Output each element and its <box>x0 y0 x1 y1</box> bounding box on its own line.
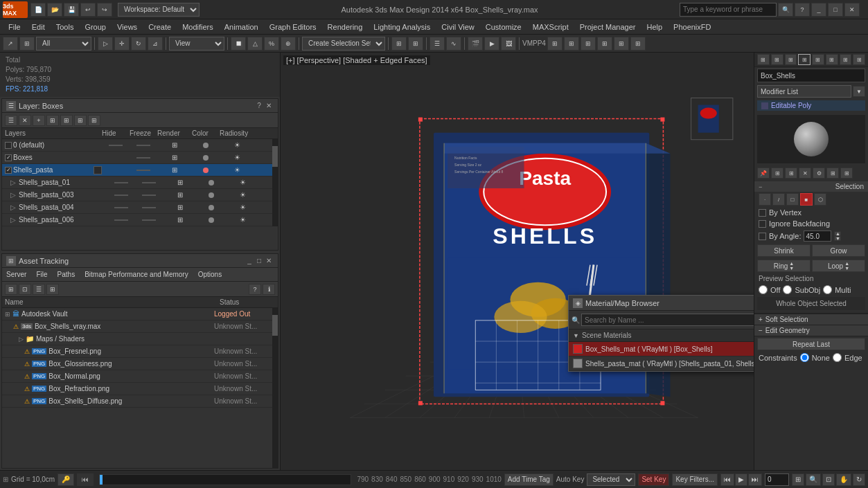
modifier-editable-poly[interactable]: Editable Poly <box>757 100 865 111</box>
layer-rad-sp01[interactable]: ☀ <box>225 179 260 186</box>
by-angle-spinbox[interactable] <box>804 231 831 242</box>
mod-tb-remove[interactable]: ✕ <box>799 168 811 179</box>
layer-active-check[interactable]: ✓ <box>5 154 12 161</box>
vmpp-btn1[interactable]: ⊞ <box>547 37 563 51</box>
layer-freeze-sp01[interactable] <box>135 182 163 183</box>
asset-tb-btn3[interactable]: ☰ <box>33 284 45 295</box>
asset-close[interactable]: ✕ <box>264 256 274 266</box>
mat-search-input[interactable] <box>581 314 754 326</box>
preview-subobj-radio[interactable] <box>783 285 792 294</box>
vmpp-btn5[interactable]: ⊞ <box>614 37 629 51</box>
sel-edge-icon[interactable]: / <box>772 193 785 206</box>
menu-rendering[interactable]: Rendering <box>322 21 369 33</box>
menu-modifiers[interactable]: Modifiers <box>177 21 219 33</box>
layer-rad-shells[interactable]: ☀ <box>220 166 254 174</box>
layer-panel-close[interactable]: ✕ <box>264 101 274 111</box>
set-key-btn[interactable]: Set Key <box>638 473 669 486</box>
rp-tab-motion[interactable]: ⊞ <box>771 54 783 65</box>
menu-phoenixfd[interactable]: PhoenixFD <box>668 21 716 33</box>
percent-snap-btn[interactable]: % <box>264 37 279 51</box>
loop-button[interactable]: Loop ▲ ▼ <box>812 260 865 272</box>
edit-geom-collapse[interactable]: − <box>759 327 763 334</box>
menu-civil-view[interactable]: Civil View <box>436 21 479 33</box>
menu-maxscript[interactable]: MAXScript <box>527 21 574 33</box>
asset-menu-bitmap[interactable]: Bitmap Performance and Memory <box>80 269 193 280</box>
minimize-btn[interactable]: _ <box>811 3 826 17</box>
add-time-tag-btn[interactable]: Add Time Tag <box>504 473 553 486</box>
table-row[interactable]: ▷ Shells_pasta_01 ⊞ ☀ <box>2 177 272 189</box>
mirror-btn[interactable]: ⊞ <box>391 37 407 51</box>
layer-active-check[interactable] <box>5 142 12 149</box>
render-frame-btn[interactable]: 🖼 <box>501 37 516 51</box>
menu-animation[interactable]: Animation <box>219 21 264 33</box>
select-obj-btn[interactable]: ▷ <box>98 37 113 51</box>
layer-checkbox[interactable] <box>94 166 102 174</box>
layer-render-shells[interactable]: ⊞ <box>157 166 192 174</box>
asset-minimize[interactable]: _ <box>245 256 254 266</box>
layer-btn4[interactable]: ⊞ <box>74 115 87 126</box>
mod-tb-configure[interactable]: ⚙ <box>813 168 825 179</box>
asset-scroll-thumb[interactable] <box>272 315 278 336</box>
mod-tb-open[interactable]: ⊞ <box>826 168 839 179</box>
preview-off-radio[interactable] <box>759 285 768 294</box>
list-item[interactable]: ⚠ PNG Box_Normal.png Unknown St... <box>2 370 272 383</box>
render-setup-btn[interactable]: 🎬 <box>468 37 483 51</box>
table-row[interactable]: ▷ Shells_pasta_006 ⊞ ☀ <box>2 214 272 226</box>
by-vertex-checkbox[interactable] <box>759 209 766 217</box>
asset-menu-paths[interactable]: Paths <box>53 269 80 280</box>
layer-freeze-shells[interactable] <box>130 170 157 171</box>
layer-render-0default[interactable]: ⊞ <box>157 141 192 149</box>
soft-sel-collapse[interactable]: + <box>759 316 763 323</box>
layer-color-boxes[interactable] <box>192 155 220 161</box>
menu-file[interactable]: File <box>3 21 26 33</box>
list-item[interactable]: Shells_pasta_mat ( VRayMtl ) [Shells_pas… <box>569 356 754 371</box>
layer-freeze-0default[interactable] <box>130 145 157 146</box>
list-item[interactable]: ⚠ PNG Box_Fresnel.png Unknown St... <box>2 345 272 358</box>
mod-tb-make-unique[interactable]: ⊞ <box>785 168 797 179</box>
menu-lighting[interactable]: Lighting Analysis <box>368 21 436 33</box>
selection-collapse[interactable]: − <box>759 183 762 190</box>
menu-group[interactable]: Group <box>79 21 112 33</box>
zoom-btn[interactable]: 🔍 <box>806 473 821 486</box>
close-btn[interactable]: ✕ <box>844 3 860 17</box>
layer-color-shells[interactable] <box>192 168 220 173</box>
play-btn[interactable]: ▶ <box>735 473 747 486</box>
maximize-viewport-btn[interactable]: ⊞ <box>792 473 804 486</box>
move-btn[interactable]: ✛ <box>114 37 130 51</box>
layer-hide-0default[interactable] <box>102 145 130 146</box>
ring-button[interactable]: Ring ▲ ▼ <box>757 260 811 272</box>
layer-new-btn[interactable]: ☰ <box>5 115 17 126</box>
asset-menu-options[interactable]: Options <box>194 269 226 280</box>
rp-tab-light[interactable]: ⊞ <box>826 54 838 65</box>
view-dropdown[interactable]: View <box>169 37 224 51</box>
search-btn[interactable]: 🔍 <box>778 3 793 17</box>
ignore-backfacing-checkbox[interactable] <box>759 220 766 228</box>
shrink-button[interactable]: Shrink <box>757 244 811 257</box>
menu-edit[interactable]: Edit <box>26 21 51 33</box>
named-selection-dropdown[interactable]: Create Selection Set <box>302 37 385 51</box>
menu-project-manager[interactable]: Project Manager <box>574 21 641 33</box>
layer-scroll-thumb[interactable] <box>272 146 278 167</box>
list-item[interactable]: ⚠ PNG Box_Refraction.png Unknown St... <box>2 383 272 395</box>
help-icon[interactable]: ? <box>795 3 810 17</box>
list-item[interactable]: ⚠ 3ds Box_Shells_vray.max Unknown St... <box>2 320 272 333</box>
render-btn[interactable]: ▶ <box>484 37 499 51</box>
asset-tb-info[interactable]: ℹ <box>263 284 275 295</box>
rp-tab-create[interactable]: ⊞ <box>812 54 824 65</box>
mod-tb-show-end[interactable]: ⊞ <box>771 168 783 179</box>
rp-tab-camera[interactable]: ⊞ <box>840 54 852 65</box>
layer-btn2[interactable]: ⊞ <box>46 115 59 126</box>
preview-multi-radio[interactable] <box>823 285 832 294</box>
rotate-btn[interactable]: ↻ <box>131 37 146 51</box>
layer-scrollbar[interactable] <box>272 139 278 226</box>
layer-btn5[interactable]: ⊞ <box>88 115 100 126</box>
auto-key-dropdown[interactable]: Selected <box>587 473 635 486</box>
by-angle-checkbox[interactable] <box>759 233 766 240</box>
mod-tb-open2[interactable]: ⊞ <box>840 168 853 179</box>
undo-btn[interactable]: ↩ <box>80 3 96 17</box>
table-row[interactable]: ▷ Shells_pasta_003 ⊞ ☀ <box>2 189 272 201</box>
sel-element-icon[interactable]: ⬡ <box>814 193 826 206</box>
constraint-edge-radio[interactable] <box>833 353 842 362</box>
layer-hide-sp003[interactable] <box>107 195 135 196</box>
vmpp-btn4[interactable]: ⊞ <box>597 37 612 51</box>
